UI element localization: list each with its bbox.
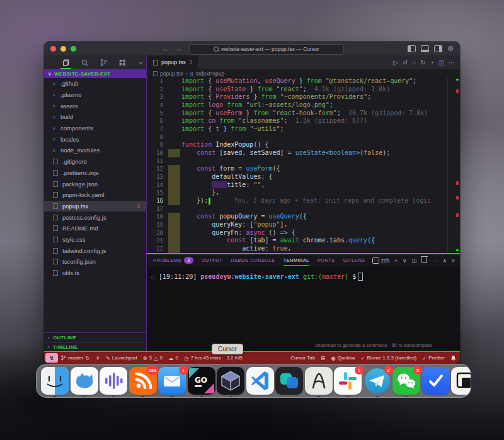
code-line[interactable]: 16 }); You, 3 days ago • feat: init repo…	[147, 197, 460, 205]
tree-item-build[interactable]: »build	[44, 111, 146, 123]
code-line[interactable]: 3import { Providers } from "~components/…	[147, 93, 460, 101]
dock-icon-vscode[interactable]	[246, 367, 274, 398]
outline-section[interactable]: › OUTLINE	[44, 332, 146, 342]
tree-item-postcss.config.js[interactable]: postcss.config.js	[44, 212, 146, 223]
code-line[interactable]: 18 const popupQuery = useQuery({	[147, 213, 460, 221]
explorer-icon[interactable]	[62, 55, 70, 69]
history-icon[interactable]: ◔	[430, 59, 434, 66]
code-line[interactable]: 8	[147, 133, 460, 142]
explorer-root[interactable]: ∨ WEBSITE-SAVER-EXT	[44, 69, 146, 78]
tree-item-utils.ts[interactable]: utils.ts	[44, 268, 146, 279]
tree-item-locales[interactable]: »locales	[44, 133, 146, 145]
code-line[interactable]: 22 active: true,	[147, 245, 460, 253]
nav-forward-icon[interactable]: →	[175, 45, 182, 52]
code-line[interactable]: 21 const [tab] = await chrome.tabs.query…	[147, 237, 460, 245]
close-panel-icon[interactable]: ×	[452, 257, 455, 264]
dock-icon-slack[interactable]: 1	[334, 367, 362, 398]
tab-popup-tsx[interactable]: popup.tsx 3	[147, 55, 199, 69]
run-icon[interactable]: ▷	[393, 59, 398, 66]
dock-icon-mail[interactable]: 1	[158, 367, 186, 398]
timeline-section[interactable]: › TIMELINE	[44, 342, 146, 351]
breadcrumb-symbol[interactable]: IndexPopup	[196, 71, 224, 77]
dock-icon-goland[interactable]: GO	[188, 367, 215, 398]
biome-status[interactable]: ✓ Biome 1.8.3 (bundled)	[360, 355, 416, 361]
breadcrumb-file[interactable]: popup.tsx	[160, 71, 183, 77]
redo-circle-icon[interactable]: ↻	[420, 59, 425, 66]
code-line[interactable]: 9function IndexPopup() {	[147, 141, 460, 149]
shell-selector[interactable]: zsh	[372, 257, 389, 264]
code-line[interactable]: 1import { useMutation, useQuery } from "…	[147, 77, 460, 86]
git-branch-status[interactable]: master ↻	[60, 355, 90, 361]
tree-item-popup.tsx[interactable]: popup.tsx3	[44, 201, 146, 212]
chevron-down-icon[interactable]: ∨	[403, 257, 406, 264]
extensions-icon[interactable]	[118, 55, 127, 69]
panel-tab-ports[interactable]: PORTS	[318, 254, 335, 266]
tree-item-package.json[interactable]: package.json	[44, 178, 146, 189]
code-line[interactable]: 4import logo from "url:~assets/logo.png"…	[147, 101, 460, 110]
tree-item-.prettierrc.mjs[interactable]: .prettierrc.mjs	[44, 167, 146, 179]
toggle-panel-icon[interactable]	[421, 45, 429, 52]
tree-item-components[interactable]: »components	[44, 123, 146, 134]
tree-item-tsconfig.json[interactable]: tsconfig.json	[44, 256, 146, 268]
time-tracker-status[interactable]: ◷ 7 hrs 43 mins	[184, 355, 220, 361]
code-line[interactable]: 13 defaultValues: {	[147, 173, 460, 181]
tree-item-.gitignore[interactable]: .gitignore	[44, 156, 146, 167]
remote-indicator[interactable]: ↯	[45, 353, 58, 363]
problems-status[interactable]: ⊗ 3 △ 0	[142, 355, 163, 361]
notifications-bell[interactable]	[450, 355, 456, 361]
toggle-sidebar-icon[interactable]	[408, 45, 416, 52]
panel-tab-terminal[interactable]: TERMINAL	[284, 254, 309, 266]
tree-item-tailwind.config.js[interactable]: tailwind.config.js	[44, 245, 146, 256]
dock-icon-teal[interactable]	[275, 367, 303, 398]
code-line[interactable]: 10 const [saved, setSaved] = useState<bo…	[147, 149, 460, 157]
dock-icon-fox[interactable]	[71, 367, 98, 398]
dock-icon-reeder[interactable]: 283	[129, 367, 157, 398]
tree-item-style.css[interactable]: style.css	[44, 234, 146, 245]
code-line[interactable]: 6import cn from "classnames"; 1.3k (gzip…	[147, 117, 460, 125]
toggle-secondary-sidebar-icon[interactable]	[434, 45, 442, 52]
tree-item-node_modules[interactable]: »node_modules	[44, 145, 146, 156]
file-size-status[interactable]: 3.2 KiB	[226, 355, 243, 361]
split-terminal-icon[interactable]: ◫	[411, 257, 416, 264]
undo-circle-icon[interactable]: ↺	[403, 59, 408, 66]
dock-icon-wechat[interactable]: 5	[392, 367, 420, 398]
code-line[interactable]: 17	[147, 205, 460, 213]
close-button[interactable]	[50, 46, 56, 52]
tree-item-pnpm-lock.yaml[interactable]: pnpm-lock.yaml	[44, 189, 146, 201]
code-line[interactable]: 15 },	[147, 189, 460, 197]
quokka-status[interactable]: ◉ Quokka	[331, 355, 355, 361]
code-line[interactable]: 5import { useForm } from "react-hook-for…	[147, 110, 460, 118]
kill-terminal-icon[interactable]	[421, 257, 427, 263]
more-icon[interactable]: ⋯	[432, 257, 438, 264]
breadcrumb[interactable]: popup.tsx › {} IndexPopup	[147, 69, 460, 77]
code-line[interactable]: 11	[147, 157, 460, 166]
dock-icon-things[interactable]	[422, 367, 450, 398]
split-editor-icon[interactable]: ◫	[438, 59, 444, 66]
zoom-button[interactable]	[71, 46, 76, 52]
dock-icon-cursor[interactable]	[217, 367, 244, 398]
terminal[interactable]: ○ [19:11:20] pseudoyu:website-saver-ext …	[147, 266, 460, 351]
tree-item-assets[interactable]: »assets	[44, 100, 146, 111]
launchpad-status[interactable]: ✎ Launchpad	[106, 355, 137, 361]
code-line[interactable]: 20 queryFn: async () => {	[147, 229, 460, 237]
circle-icon[interactable]: ○	[412, 59, 416, 66]
search-panel-icon[interactable]	[81, 55, 89, 69]
tree-item-README.md[interactable]: README.md	[44, 223, 146, 234]
code-line[interactable]: 19 queryKey: ["popup"],	[147, 221, 460, 229]
window-title-pill[interactable]: website-saver-ext — popup.tsx — Cursor	[189, 44, 344, 55]
dock-icon-wave[interactable]	[100, 367, 127, 398]
panel-tab-debug-console[interactable]: DEBUG CONSOLE	[231, 254, 275, 266]
more-actions-icon[interactable]: ⋯	[449, 59, 455, 66]
new-terminal-icon[interactable]: +	[394, 257, 398, 264]
code-line[interactable]: 14 title: "",	[147, 181, 460, 189]
maximize-panel-icon[interactable]: ∧	[443, 257, 447, 264]
dock-icon-finder[interactable]	[41, 367, 69, 398]
code-line[interactable]: 12 const form = useForm({	[147, 165, 460, 173]
tree-item-.plasmo[interactable]: ».plasmo	[44, 89, 146, 101]
cursor-tab-status[interactable]: Cursor Tab	[290, 355, 315, 361]
dock-icon-arc[interactable]	[305, 367, 333, 398]
chevron-down-icon[interactable]	[137, 55, 144, 69]
tree-item-.github[interactable]: ».github	[44, 78, 146, 89]
dock-icon-squares[interactable]	[451, 367, 471, 398]
panel-tab-gitlens[interactable]: GITLENS	[343, 254, 365, 266]
